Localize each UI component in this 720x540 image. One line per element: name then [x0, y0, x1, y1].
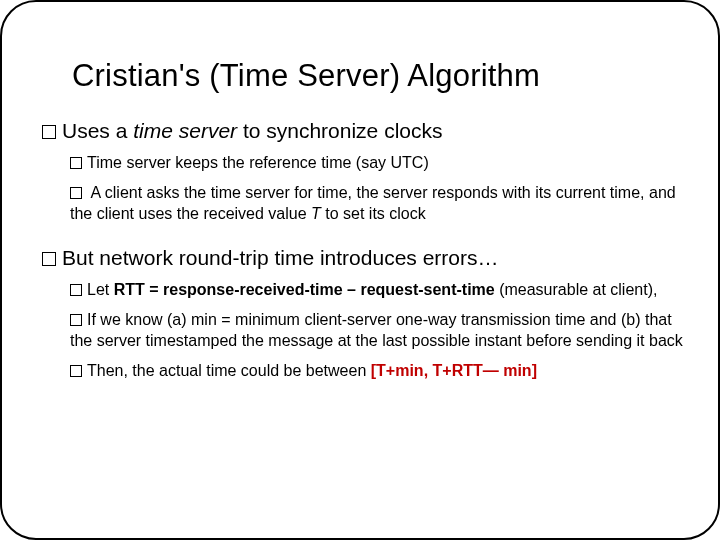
- bullet-uses-time-server: Uses a time server to synchronize clocks: [42, 118, 688, 144]
- text-highlight: [T+min, T+RTT— min]: [371, 362, 537, 379]
- text-segment: (measurable at client),: [495, 281, 658, 298]
- text-emphasis: T: [311, 205, 321, 222]
- text-segment: to synchronize clocks: [237, 119, 442, 142]
- text-emphasis: time server: [133, 119, 237, 142]
- slide-title: Cristian's (Time Server) Algorithm: [72, 58, 688, 94]
- bullet-client-asks: A client asks the time server for time, …: [70, 182, 688, 225]
- text-segment: If we know (a) min = minimum client-serv…: [70, 311, 683, 350]
- bullet-reference-time: Time server keeps the reference time (sa…: [70, 152, 688, 174]
- text-segment: Uses a: [62, 119, 133, 142]
- square-bullet-icon: [70, 187, 82, 199]
- text-bold: RTT = response-received-time – request-s…: [114, 281, 495, 298]
- square-bullet-icon: [42, 125, 56, 139]
- bullet-then-actual-time: Then, the actual time could be between […: [70, 360, 688, 382]
- square-bullet-icon: [42, 252, 56, 266]
- square-bullet-icon: [70, 365, 82, 377]
- text-segment: Time server keeps the reference time (sa…: [87, 154, 429, 171]
- square-bullet-icon: [70, 314, 82, 326]
- square-bullet-icon: [70, 157, 82, 169]
- slide-frame: Cristian's (Time Server) Algorithm Uses …: [0, 0, 720, 540]
- text-segment: Then, the actual time could be between: [87, 362, 371, 379]
- bullet-let-rtt: Let RTT = response-received-time – reque…: [70, 279, 688, 301]
- square-bullet-icon: [70, 284, 82, 296]
- slide-content: Uses a time server to synchronize clocks…: [42, 118, 688, 382]
- text-segment: to set its clock: [321, 205, 426, 222]
- text-segment: But network round-trip time introduces e…: [62, 246, 499, 269]
- bullet-if-we-know: If we know (a) min = minimum client-serv…: [70, 309, 688, 352]
- text-segment: Let: [87, 281, 114, 298]
- bullet-network-rtt: But network round-trip time introduces e…: [42, 245, 688, 271]
